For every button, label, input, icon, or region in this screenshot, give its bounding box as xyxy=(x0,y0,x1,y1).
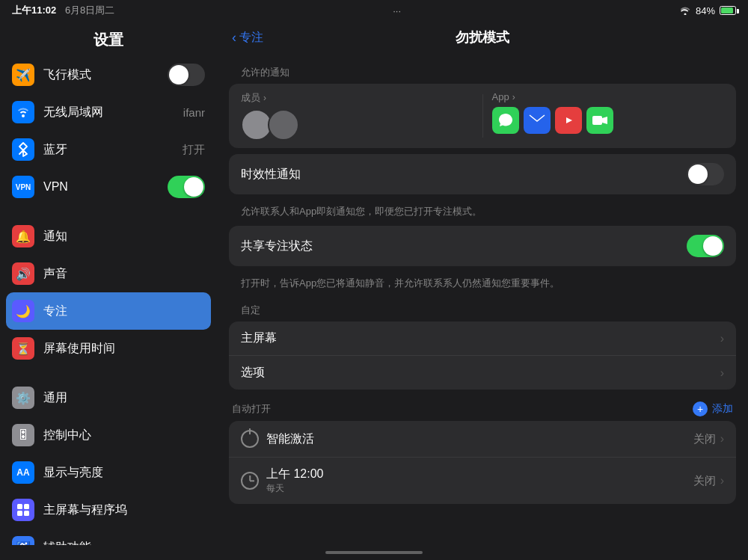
smart-activation-row[interactable]: 智能激活 关闭 › xyxy=(229,421,736,458)
app-icons xyxy=(492,107,725,134)
bluetooth-value: 打开 xyxy=(183,143,205,157)
homescreen-chevron-icon: › xyxy=(720,332,724,345)
clock-icon xyxy=(241,472,259,490)
apps-title: App › xyxy=(492,91,725,102)
add-label: 添加 xyxy=(712,402,733,416)
accessibility-icon: ♿ xyxy=(12,536,34,545)
svg-rect-1 xyxy=(17,504,22,509)
vpn-icon: VPN xyxy=(12,176,34,198)
airplane-toggle[interactable] xyxy=(168,64,205,86)
sidebar-item-notification[interactable]: 🔔 通知 xyxy=(0,218,217,255)
vpn-label: VPN xyxy=(43,180,159,194)
sidebar-item-accessibility[interactable]: ♿ 辅助功能 xyxy=(0,529,217,545)
sidebar-item-display[interactable]: AA 显示与亮度 xyxy=(0,454,217,491)
battery-icon xyxy=(720,6,736,15)
sidebar-item-airplane[interactable]: ✈️ 飞行模式 xyxy=(0,56,217,93)
sidebar-item-screentime[interactable]: ⏳ 屏幕使用时间 xyxy=(0,330,217,367)
youtube-icon xyxy=(555,107,582,134)
timely-row: 时效性通知 xyxy=(229,154,736,194)
customize-card: 主屏幕 › 选项 › xyxy=(229,321,736,390)
mail-icon xyxy=(524,107,551,134)
options-row[interactable]: 选项 › xyxy=(229,356,736,390)
status-time: 上午11:02 6月8日周二 xyxy=(12,4,114,17)
status-right: 84% xyxy=(679,5,736,16)
wifi-icon xyxy=(679,6,691,15)
accessibility-label: 辅助功能 xyxy=(43,540,205,546)
general-icon: ⚙️ xyxy=(12,387,34,409)
customize-label: 自定 xyxy=(229,298,736,321)
sidebar-item-general[interactable]: ⚙️ 通用 xyxy=(0,379,217,416)
vpn-toggle[interactable] xyxy=(168,176,205,198)
svg-rect-4 xyxy=(24,511,29,516)
home-indicator xyxy=(0,545,748,560)
airplane-label: 飞行模式 xyxy=(43,67,159,83)
sidebar-group-connectivity: ✈️ 飞行模式 无线局域网 ifanr 蓝牙 打开 xyxy=(0,56,217,206)
sidebar-item-focus[interactable]: 🌙 专注 xyxy=(6,292,211,330)
controlcenter-icon: 🎛 xyxy=(12,424,34,446)
share-row: 共享专注状态 xyxy=(229,226,736,266)
sidebar-group-device: ⚙️ 通用 🎛 控制中心 AA 显示与亮度 主屏幕与程序坞 xyxy=(0,379,217,545)
display-label: 显示与亮度 xyxy=(43,465,205,481)
display-icon: AA xyxy=(12,461,34,484)
page-title: 勿扰模式 xyxy=(456,28,509,46)
apps-col[interactable]: App › xyxy=(492,91,725,141)
sound-icon: 🔊 xyxy=(12,262,34,285)
timely-toggle[interactable] xyxy=(687,163,724,185)
sidebar-item-bluetooth[interactable]: 蓝牙 打开 xyxy=(0,131,217,168)
right-panel: ‹ 专注 勿扰模式 允许的通知 成员 › xyxy=(217,21,748,545)
auto-open-header: 自动打开 + 添加 xyxy=(229,396,736,421)
smart-activation-chevron-icon: › xyxy=(720,432,724,446)
svg-rect-11 xyxy=(592,116,602,125)
timely-desc: 允许联系人和App即刻通知您，即便您已打开专注模式。 xyxy=(229,200,736,226)
time-schedule-value: 关闭 xyxy=(693,474,716,488)
homescreen-row-label: 主屏幕 xyxy=(241,330,716,346)
time-label: 上午 12:00 xyxy=(266,467,323,482)
homescreen-icon xyxy=(12,499,34,521)
bluetooth-icon xyxy=(12,138,34,161)
contacts-chevron-icon: › xyxy=(263,93,266,103)
smart-activation-value: 关闭 xyxy=(693,432,716,446)
sidebar-group-notifications: 🔔 通知 🔊 声音 🌙 专注 ⏳ 屏幕使用时间 xyxy=(0,218,217,367)
general-label: 通用 xyxy=(43,390,205,406)
screentime-icon: ⏳ xyxy=(12,337,34,360)
notification-label: 通知 xyxy=(43,229,205,244)
messages-icon xyxy=(492,107,519,134)
controlcenter-label: 控制中心 xyxy=(43,428,205,443)
sidebar: 设置 ✈️ 飞行模式 无线局域网 ifanr xyxy=(0,21,217,545)
svg-rect-3 xyxy=(17,511,22,516)
allowed-card: 成员 › App › xyxy=(229,84,736,148)
sidebar-item-sound[interactable]: 🔊 声音 xyxy=(0,255,217,292)
options-row-label: 选项 xyxy=(241,365,716,381)
share-desc: 打开时，告诉App您已将通知静音，并允许联系系人仍然通知您重要事件。 xyxy=(229,272,736,298)
auto-open-label: 自动打开 xyxy=(232,402,271,416)
svg-point-0 xyxy=(22,114,25,117)
share-label: 共享专注状态 xyxy=(241,239,687,254)
add-circle-icon: + xyxy=(693,401,708,416)
sidebar-scroll: ✈️ 飞行模式 无线局域网 ifanr 蓝牙 打开 xyxy=(0,56,217,545)
options-chevron-icon: › xyxy=(720,366,724,380)
contacts-col[interactable]: 成员 › xyxy=(241,91,473,141)
wifi-value: ifanr xyxy=(183,106,205,119)
sidebar-item-wifi[interactable]: 无线局域网 ifanr xyxy=(0,93,217,131)
power-icon xyxy=(241,430,259,448)
back-label: 专注 xyxy=(239,30,263,46)
sidebar-item-homescreen[interactable]: 主屏幕与程序坞 xyxy=(0,491,217,529)
right-header: ‹ 专注 勿扰模式 xyxy=(217,21,748,54)
sound-label: 声音 xyxy=(43,266,205,282)
allowed-row: 成员 › App › xyxy=(229,84,736,148)
airplane-icon: ✈️ xyxy=(12,64,34,86)
share-toggle[interactable] xyxy=(687,235,724,257)
wifi-icon-sidebar xyxy=(12,101,34,123)
home-bar xyxy=(325,551,423,554)
contacts-title: 成员 › xyxy=(241,91,473,105)
sidebar-title: 设置 xyxy=(0,21,217,56)
sidebar-item-controlcenter[interactable]: 🎛 控制中心 xyxy=(0,416,217,454)
sidebar-item-vpn[interactable]: VPN VPN xyxy=(0,168,217,206)
back-button[interactable]: ‹ 专注 xyxy=(232,30,263,46)
battery-percent: 84% xyxy=(696,5,715,16)
add-button[interactable]: + 添加 xyxy=(693,401,733,416)
time-schedule-row[interactable]: 上午 12:00 每天 关闭 › xyxy=(229,458,736,504)
homescreen-row[interactable]: 主屏幕 › xyxy=(229,321,736,356)
bluetooth-label: 蓝牙 xyxy=(43,142,174,158)
status-dots: ··· xyxy=(393,5,401,16)
